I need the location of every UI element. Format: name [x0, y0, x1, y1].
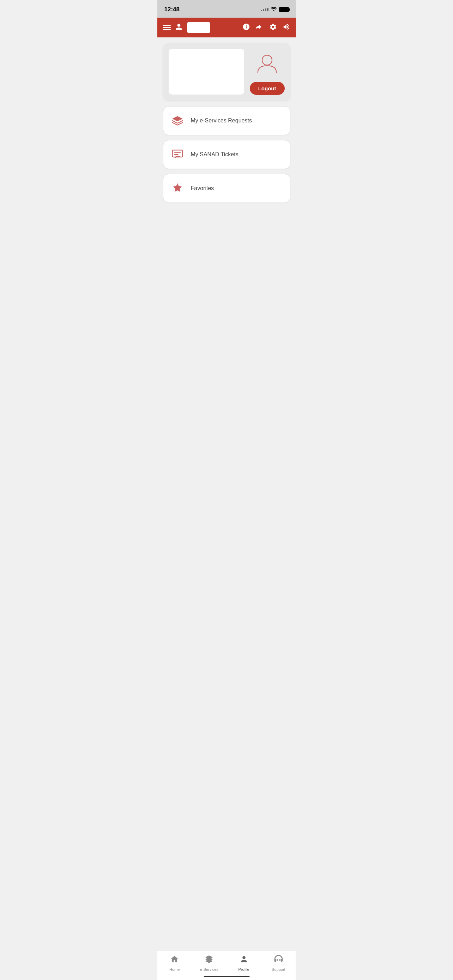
- star-icon: [170, 181, 184, 196]
- svg-point-0: [262, 56, 272, 65]
- main-content: Logout My e-Services Requests My SANAD T…: [157, 37, 296, 213]
- nav-user-icon: [175, 23, 183, 32]
- menu-item-favorites[interactable]: Favorites: [163, 174, 290, 203]
- search-bar[interactable]: [187, 22, 211, 33]
- eservices-requests-label: My e-Services Requests: [191, 118, 252, 124]
- info-icon[interactable]: [242, 23, 250, 32]
- volume-icon[interactable]: [283, 23, 290, 32]
- layers-icon: [170, 114, 184, 128]
- nav-actions: [242, 23, 290, 32]
- forward-icon[interactable]: [256, 23, 264, 32]
- svg-rect-1: [172, 150, 183, 157]
- nav-bar: [157, 18, 296, 37]
- favorites-label: Favorites: [191, 185, 214, 192]
- battery-icon: [279, 7, 289, 12]
- sanad-tickets-label: My SANAD Tickets: [191, 151, 238, 158]
- status-bar: 12:48: [157, 0, 296, 18]
- menu-item-eservices-requests[interactable]: My e-Services Requests: [163, 106, 290, 135]
- wifi-icon: [270, 6, 277, 13]
- profile-card-actions: Logout: [250, 49, 285, 95]
- settings-icon[interactable]: [269, 23, 277, 32]
- signal-icon: [261, 8, 269, 11]
- profile-card: Logout: [163, 43, 290, 100]
- chat-icon: [170, 148, 184, 162]
- profile-card-image-area: [168, 49, 244, 95]
- menu-item-sanad-tickets[interactable]: My SANAD Tickets: [163, 140, 290, 169]
- logout-button[interactable]: Logout: [250, 82, 285, 95]
- status-time: 12:48: [164, 6, 180, 13]
- hamburger-menu[interactable]: [163, 25, 171, 30]
- status-icons: [261, 6, 289, 13]
- profile-avatar: [255, 51, 280, 76]
